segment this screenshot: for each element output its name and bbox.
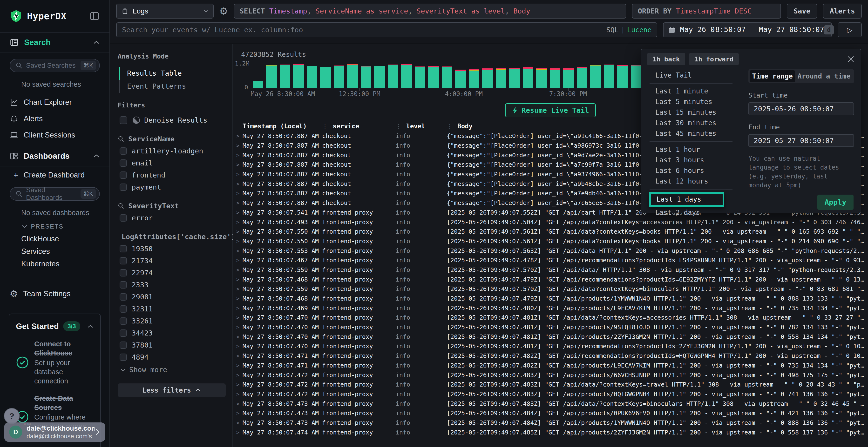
histogram-bar[interactable] bbox=[455, 62, 466, 88]
histogram-bar[interactable] bbox=[401, 62, 412, 88]
analysis-mode-tab[interactable]: Results Table bbox=[119, 67, 226, 80]
expand-row-icon[interactable]: > bbox=[233, 171, 243, 177]
expand-row-icon[interactable]: > bbox=[233, 162, 243, 168]
source-select[interactable]: Logs bbox=[116, 4, 214, 19]
time-preset-last-30-minutes[interactable]: Last 30 minutes bbox=[650, 118, 733, 128]
resume-live-tail-button[interactable]: Resume Live Tail bbox=[505, 103, 595, 117]
tab-around-a-time[interactable]: Around a time bbox=[795, 70, 853, 82]
sidebar-item-clickhouse[interactable]: ClickHouse bbox=[0, 233, 110, 245]
expand-row-icon[interactable]: > bbox=[233, 190, 243, 196]
expand-row-icon[interactable]: > bbox=[233, 343, 243, 349]
table-row[interactable]: >May 27 8:50:07.550 AMfrontend-proxyinfo… bbox=[233, 237, 868, 246]
show-more-link[interactable]: Show more bbox=[120, 366, 226, 374]
expand-row-icon[interactable]: > bbox=[233, 257, 243, 263]
filter-option[interactable]: 19350 bbox=[120, 245, 226, 253]
tab-time-range[interactable]: Time range bbox=[750, 70, 795, 82]
filter-option[interactable]: 37801 bbox=[120, 341, 226, 349]
mode-lucene-toggle[interactable]: Lucene bbox=[627, 26, 651, 34]
table-row[interactable]: >May 27 8:50:07.468 AMfrontend-proxyinfo… bbox=[233, 275, 868, 284]
denoise-results-row[interactable]: Denoise Results bbox=[120, 116, 226, 124]
column-level[interactable]: ⋮level bbox=[396, 123, 447, 130]
presets-toggle[interactable]: PRESETS bbox=[0, 220, 110, 233]
table-row[interactable]: >May 27 8:50:07.471 AMfrontend-proxyinfo… bbox=[233, 361, 868, 370]
table-row[interactable]: >May 27 8:50:07.471 AMfrontend-proxyinfo… bbox=[233, 351, 868, 361]
time-preset-last-12-hours[interactable]: Last 12 hours bbox=[650, 176, 733, 187]
table-row[interactable]: >May 27 8:50:07.470 AMfrontend-proxyinfo… bbox=[233, 332, 868, 342]
sidebar-item-client-sessions[interactable]: Client Sessions bbox=[0, 128, 110, 143]
expand-row-icon[interactable]: > bbox=[233, 219, 243, 225]
histogram-bar[interactable] bbox=[442, 62, 452, 88]
table-row[interactable]: >May 27 8:50:07.473 AMfrontend-proxyinfo… bbox=[233, 409, 868, 418]
drag-handle-icon[interactable]: ⋮ bbox=[396, 123, 401, 130]
saved-dashboards-input[interactable]: Saved Dashboards ⌘K bbox=[10, 187, 100, 201]
column-service[interactable]: ⋮service bbox=[322, 123, 396, 130]
analysis-mode-tab[interactable]: Event Patterns bbox=[119, 80, 226, 93]
time-preset-last-6-hours[interactable]: Last 6 hours bbox=[650, 166, 733, 176]
denoise-checkbox[interactable] bbox=[120, 116, 127, 124]
table-row[interactable]: >May 27 8:50:07.470 AMfrontend-proxyinfo… bbox=[233, 322, 868, 332]
histogram-bar[interactable] bbox=[536, 62, 547, 88]
filter-option[interactable]: email bbox=[120, 159, 226, 167]
expand-row-icon[interactable]: > bbox=[233, 401, 243, 407]
help-button[interactable]: ? bbox=[4, 408, 20, 424]
expand-row-icon[interactable]: > bbox=[233, 305, 243, 311]
time-preset-live-tail[interactable]: Live Tail bbox=[650, 70, 733, 81]
expand-row-icon[interactable]: > bbox=[233, 200, 243, 206]
expand-row-icon[interactable]: > bbox=[233, 267, 243, 273]
expand-row-icon[interactable]: > bbox=[233, 229, 243, 235]
date-range-input[interactable]: May 26 08:50:07 - May 27 08:50:07 d bbox=[663, 23, 832, 37]
histogram-bar[interactable] bbox=[482, 62, 493, 88]
expand-row-icon[interactable]: > bbox=[233, 429, 243, 436]
checkbox[interactable] bbox=[120, 257, 127, 265]
histogram-bar[interactable] bbox=[293, 62, 304, 88]
drag-handle-icon[interactable]: ⋮ bbox=[447, 123, 453, 130]
filter-option[interactable]: 33261 bbox=[120, 317, 226, 325]
chevron-up-icon[interactable] bbox=[87, 324, 94, 328]
expand-row-icon[interactable]: > bbox=[233, 324, 243, 330]
start-time-input[interactable]: 2025-05-26 08:50:07 bbox=[748, 102, 854, 115]
table-row[interactable]: >May 27 8:50:07.473 AMfrontend-proxyinfo… bbox=[233, 418, 868, 428]
checkbox[interactable] bbox=[120, 305, 127, 313]
time-preset-last-1-minute[interactable]: Last 1 minute bbox=[650, 86, 733, 97]
end-time-input[interactable]: 2025-05-27 08:50:07 bbox=[748, 134, 854, 147]
histogram-bar[interactable] bbox=[590, 62, 601, 88]
expand-row-icon[interactable]: > bbox=[233, 181, 243, 187]
one-hour-back-button[interactable]: 1h back bbox=[647, 53, 685, 65]
expand-row-icon[interactable]: > bbox=[233, 209, 243, 215]
checkbox[interactable] bbox=[120, 294, 127, 301]
filter-option[interactable]: 4894 bbox=[120, 353, 226, 361]
sidebar-item-search[interactable]: Search bbox=[0, 32, 110, 53]
apply-button[interactable]: Apply bbox=[817, 195, 854, 210]
sidebar-item-kubernetes[interactable]: Kubernetes bbox=[0, 258, 110, 270]
histogram-bar[interactable] bbox=[469, 62, 479, 88]
close-icon[interactable] bbox=[847, 55, 855, 63]
checkbox[interactable] bbox=[120, 171, 127, 179]
create-dashboard-button[interactable]: + Create Dashboard bbox=[0, 167, 110, 183]
checkbox[interactable] bbox=[120, 160, 127, 167]
mode-sql-toggle[interactable]: SQL bbox=[607, 26, 619, 34]
order-by-input[interactable]: ORDER BY TimestampTime DESC bbox=[632, 4, 781, 19]
table-row[interactable]: >May 27 8:50:07.470 AMfrontend-proxyinfo… bbox=[233, 313, 868, 322]
checkbox[interactable] bbox=[120, 342, 127, 349]
drag-handle-icon[interactable]: ⋮ bbox=[322, 123, 328, 130]
less-filters-button[interactable]: Less filters bbox=[118, 383, 226, 397]
table-row[interactable]: >May 27 8:50:07.559 AMfrontend-proxyinfo… bbox=[233, 284, 868, 294]
filter-option[interactable]: payment bbox=[120, 183, 226, 191]
column-timestamp[interactable]: Timestamp (Local) bbox=[243, 123, 322, 130]
expand-row-icon[interactable]: > bbox=[233, 314, 243, 320]
checkbox[interactable] bbox=[120, 245, 127, 252]
alerts-button[interactable]: Alerts bbox=[823, 4, 862, 19]
histogram-bar[interactable] bbox=[509, 62, 520, 88]
time-preset-last-3-hours[interactable]: Last 3 hours bbox=[650, 155, 733, 166]
histogram-bar[interactable] bbox=[428, 62, 439, 88]
histogram-bar[interactable] bbox=[617, 62, 628, 88]
filter-option[interactable]: 2333 bbox=[120, 281, 226, 289]
table-row[interactable]: >May 27 8:50:07.493 AMfrontend-proxyinfo… bbox=[233, 217, 868, 227]
checkbox[interactable] bbox=[120, 330, 127, 337]
histogram-bar[interactable] bbox=[334, 62, 344, 88]
expand-row-icon[interactable]: > bbox=[233, 391, 243, 397]
filter-option[interactable]: artillery-loadgen bbox=[120, 147, 226, 155]
time-preset-last-45-minutes[interactable]: Last 45 minutes bbox=[650, 128, 733, 139]
checkbox[interactable] bbox=[120, 353, 127, 361]
checkbox[interactable] bbox=[120, 281, 127, 288]
